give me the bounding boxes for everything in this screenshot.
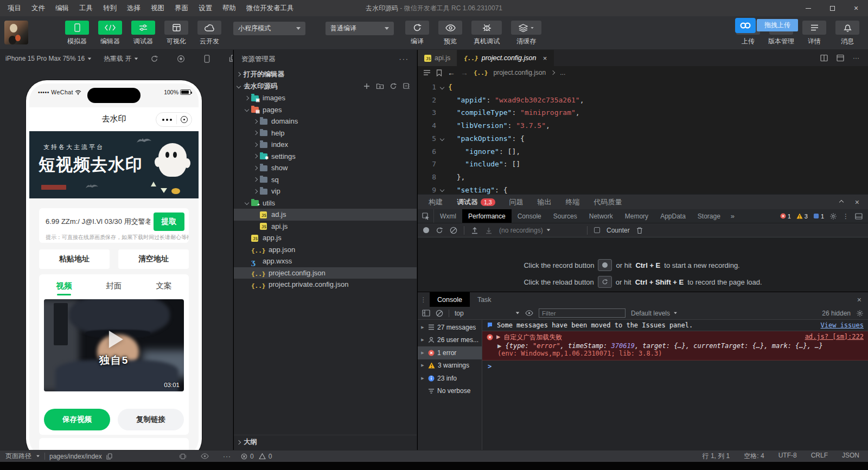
toolbar-编译-button[interactable]: 编译 xyxy=(404,21,430,46)
devtools-tab-Storage[interactable]: Storage xyxy=(692,209,726,223)
console-filter-verbose[interactable]: No verbose xyxy=(418,385,482,398)
devtools-tab-Wxml[interactable]: Wxml xyxy=(434,209,462,223)
chevron-right-icon[interactable] xyxy=(251,178,260,181)
code-editor[interactable]: 1{2 "appid": "wxad9cb302c735a261",3 "com… xyxy=(418,79,868,196)
save-profile-icon[interactable] xyxy=(485,227,493,234)
collapse-panel-icon[interactable] xyxy=(839,199,844,204)
chevron-right-icon[interactable] xyxy=(251,131,260,134)
warning-count-badge[interactable]: 3 xyxy=(796,213,808,220)
status-right-item-0[interactable]: 行 1, 列 1 xyxy=(703,452,730,461)
problems-status[interactable]: 0 0 xyxy=(233,453,417,460)
close-tab-icon[interactable]: × xyxy=(542,54,547,62)
breadcrumb-more[interactable]: ... xyxy=(560,69,565,76)
clear-icon[interactable] xyxy=(450,227,457,234)
issue-count-badge[interactable]: 1 xyxy=(813,213,824,220)
editor-tab-api.js[interactable]: JSapi.js xyxy=(418,50,457,66)
url-input[interactable]: 6.99 ZZm:/ J@I.Vl 03/30 用交警老| xyxy=(46,217,150,227)
maximize-button[interactable] xyxy=(820,0,844,16)
console-settings-icon[interactable] xyxy=(856,310,864,317)
save-video-button[interactable]: 保存视频 xyxy=(44,409,110,430)
more-icon[interactable] xyxy=(162,119,172,121)
panel-tab-代码质量[interactable]: 代码质量 xyxy=(594,197,622,207)
copy-link-button[interactable]: 复制链接 xyxy=(118,409,184,430)
toolbar-调试器-button[interactable]: 调试器 xyxy=(130,21,156,46)
phone-tab-文案[interactable]: 文案 xyxy=(139,274,189,297)
console-sidebar-toggle-icon[interactable] xyxy=(422,310,430,317)
tree-item-project.config.json[interactable]: {..}project.config.json xyxy=(234,267,417,279)
outline-list-icon[interactable] xyxy=(423,69,431,76)
exit-icon[interactable] xyxy=(181,116,188,123)
close-button[interactable]: × xyxy=(844,0,868,16)
live-expression-eye-icon[interactable] xyxy=(525,310,533,316)
chevron-right-icon[interactable] xyxy=(251,190,260,193)
extract-button[interactable]: 提取 xyxy=(154,213,184,231)
record-icon[interactable] xyxy=(598,259,612,271)
error-count-badge[interactable]: 1 xyxy=(780,213,791,220)
vconsole-icon[interactable] xyxy=(179,453,187,460)
panel-tab-问题[interactable]: 问题 xyxy=(509,197,524,207)
tree-item-pages[interactable]: ▤pages xyxy=(234,104,417,116)
menu-item-8[interactable]: 设置 xyxy=(199,4,212,13)
expand-triangle-icon[interactable]: ▶ xyxy=(496,333,500,340)
paste-address-button[interactable]: 粘贴地址 xyxy=(39,249,110,269)
chevron-right-icon[interactable] xyxy=(251,143,260,146)
kebab-menu-icon[interactable]: ⋮ xyxy=(843,213,850,220)
inspect-element-icon[interactable] xyxy=(418,209,434,223)
tree-item-show[interactable]: show xyxy=(234,162,417,174)
close-drawer-icon[interactable]: × xyxy=(857,292,868,307)
record-icon[interactable] xyxy=(423,227,429,233)
record-stop-icon[interactable] xyxy=(177,55,185,63)
reload-icon[interactable] xyxy=(598,276,612,288)
console-filter-info[interactable]: ▶23 info xyxy=(418,372,482,385)
copy-icon[interactable] xyxy=(106,453,112,460)
toolbar-消息-button[interactable]: 消息 xyxy=(834,21,860,46)
toolbar-模拟器-button[interactable]: 模拟器 xyxy=(64,21,90,46)
chevron-down-icon[interactable] xyxy=(242,108,251,111)
panel-tab-输出[interactable]: 输出 xyxy=(538,197,552,207)
console-tab-Console[interactable]: Console xyxy=(430,292,470,307)
panel-tab-终端[interactable]: 终端 xyxy=(566,197,580,207)
restart-icon[interactable] xyxy=(150,55,158,63)
menu-item-10[interactable]: 微信开发者工具 xyxy=(246,4,294,13)
menu-item-4[interactable]: 转到 xyxy=(103,4,117,13)
tree-item-sq[interactable]: sq xyxy=(234,174,417,186)
expand-triangle-icon[interactable]: ▶ xyxy=(420,338,425,342)
recordings-select[interactable]: (no recordings) xyxy=(499,227,580,234)
tree-item-help[interactable]: help xyxy=(234,127,417,139)
tree-item-project.private.config.json[interactable]: {..}project.private.config.json xyxy=(234,279,417,291)
chevron-right-icon[interactable] xyxy=(251,166,260,170)
console-filter-list[interactable]: ▶27 messages xyxy=(418,321,482,334)
page-path-label[interactable]: 页面路径 xyxy=(5,452,31,461)
new-file-icon[interactable] xyxy=(363,82,371,90)
expand-triangle-icon[interactable]: ▶ xyxy=(420,351,425,355)
layout-icon[interactable] xyxy=(837,54,844,62)
context-select[interactable]: top xyxy=(455,310,520,317)
chevron-right-icon[interactable] xyxy=(242,96,251,100)
devtools-tab-Network[interactable]: Network xyxy=(583,209,619,223)
menu-item-9[interactable]: 帮助 xyxy=(222,4,236,13)
menu-item-5[interactable]: 选择 xyxy=(127,4,141,13)
video-thumbnail[interactable]: 独自5 03:01 xyxy=(44,299,184,391)
preview-eye-icon[interactable] xyxy=(201,453,209,459)
console-filter-error[interactable]: ▶1 error xyxy=(418,346,482,359)
tree-item-api.js[interactable]: JSapi.js xyxy=(234,221,417,233)
detach-window-icon[interactable] xyxy=(229,55,233,63)
usage-card[interactable]: 使用说明 如何去除视频水印 xyxy=(39,438,189,450)
tree-item-domains[interactable]: domains xyxy=(234,115,417,127)
breadcrumb-file[interactable]: project.config.json xyxy=(494,69,546,76)
settings-gear-icon[interactable] xyxy=(829,213,837,220)
hot-reload-select[interactable]: 热重载 开 xyxy=(104,54,138,63)
tree-item-utils[interactable]: +utils xyxy=(234,197,417,209)
open-editors-section[interactable]: 打开的编辑器 xyxy=(234,68,417,80)
dock-side-icon[interactable] xyxy=(855,213,863,220)
toolbar-可视化-button[interactable]: 可视化 xyxy=(163,21,189,46)
console-tab-Task[interactable]: Task xyxy=(470,292,499,307)
error-message-title[interactable]: 自定义广告加载失败 xyxy=(503,333,562,342)
more-icon[interactable]: ··· xyxy=(223,453,231,460)
drag-handle-icon[interactable]: ⋮ xyxy=(418,292,430,307)
expand-triangle-icon[interactable]: ▶ xyxy=(420,325,425,330)
menu-item-1[interactable]: 文件 xyxy=(31,4,45,13)
chevron-right-icon[interactable] xyxy=(251,154,260,158)
reload-icon[interactable] xyxy=(436,227,443,234)
tree-item-vip[interactable]: vip xyxy=(234,185,417,197)
